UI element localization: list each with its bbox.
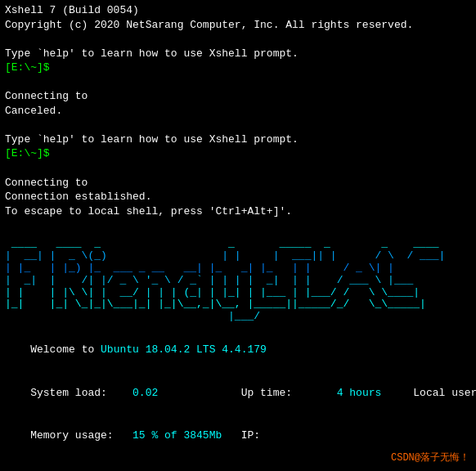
banner-row7: |___/ bbox=[5, 311, 471, 323]
sysload-line: System load: 0.02 Up time: 4 hours Local… bbox=[5, 371, 471, 415]
banner-row3: | |_ | |_) |_ ___ _ __ __| |_ _| |_ | | … bbox=[5, 262, 471, 275]
banner-row2: | __| | _ \(_) | | | ___|| | / \ / ___| bbox=[5, 250, 471, 262]
copyright-line: Copyright (c) 2020 NetSarang Computer, I… bbox=[5, 18, 471, 33]
banner-row6: |_| |_| \_|_|\___|_| |_|\__,_|\__, |____… bbox=[5, 298, 471, 311]
blank4 bbox=[5, 161, 471, 176]
banner-row1: ____ ____ _ _ _____ _ _ ____ bbox=[5, 238, 471, 250]
terminal: Xshell 7 (Build 0054) Copyright (c) 2020… bbox=[0, 0, 476, 471]
banner-row4: | _| | /| |/ _ \ '_ \ / _` | | | | _| | … bbox=[5, 275, 471, 287]
banner-row5: | | | |\ \| | __/ | | | (_| | |_| | |___… bbox=[5, 287, 471, 299]
prompt1-line: [E:\~]$ bbox=[5, 61, 471, 75]
blank2 bbox=[5, 75, 471, 90]
watermark: CSDN@落子无悔！ bbox=[391, 451, 469, 464]
blank1 bbox=[5, 32, 471, 47]
help2-line: Type `help' to learn how to use Xshell p… bbox=[5, 132, 471, 147]
escape-line: To escape to local shell, press 'Ctrl+Al… bbox=[5, 204, 471, 219]
help1-line: Type `help' to learn how to use Xshell p… bbox=[5, 47, 471, 61]
canceled-line: Canceled. bbox=[5, 104, 471, 119]
blank5 bbox=[5, 218, 471, 233]
connecting1-line: Connecting to bbox=[5, 89, 471, 104]
title-line: Xshell 7 (Build 0054) bbox=[5, 3, 471, 18]
ascii-banner: ____ ____ _ _ _____ _ _ ____ | __| | _ \… bbox=[5, 238, 471, 324]
connecting2-line: Connecting to bbox=[5, 176, 471, 191]
blank3 bbox=[5, 118, 471, 132]
established-line: Connection established. bbox=[5, 190, 471, 204]
prompt2-line: [E:\~]$ bbox=[5, 146, 471, 161]
welcome-line: Welcome to Ubuntu 18.04.2 LTS 4.4.179 bbox=[5, 328, 471, 371]
